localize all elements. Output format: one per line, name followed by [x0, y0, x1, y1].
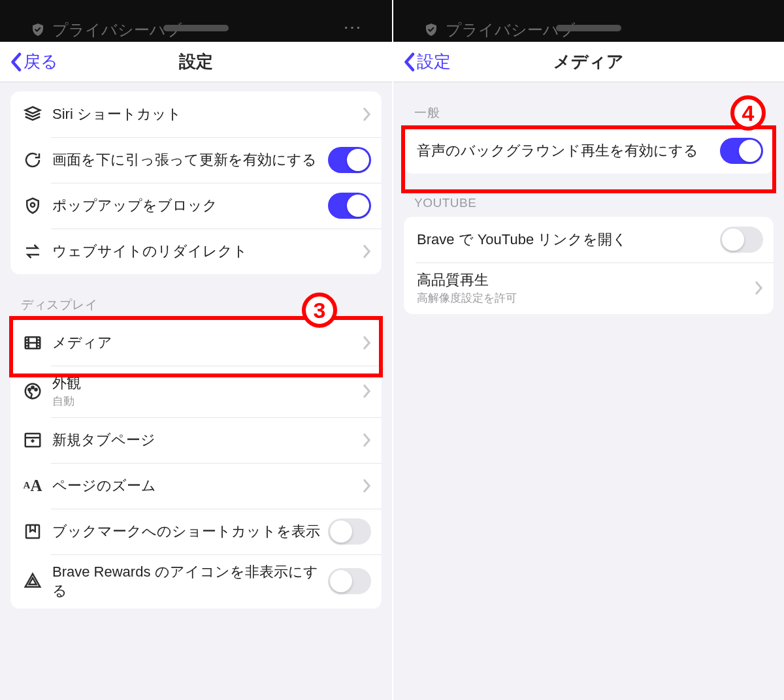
row-label: ページのズーム: [46, 476, 363, 496]
annotation-badge-4: 4: [730, 95, 766, 131]
toggle-switch[interactable]: [328, 147, 371, 173]
page-title: メディア: [553, 50, 624, 73]
palette-icon: [20, 381, 46, 401]
row-label: メディア: [46, 333, 363, 353]
media-content: 一般 4 音声のバックグラウンド再生を有効にする YOUTUBE Brave で…: [393, 82, 784, 700]
bookmark-icon: [20, 522, 46, 541]
new-tab-icon: [20, 430, 46, 450]
svg-rect-7: [26, 525, 39, 538]
svg-point-3: [28, 389, 30, 390]
home-indicator: [556, 25, 621, 31]
chevron-right-icon: [363, 107, 371, 121]
annotation-badge-3: 3: [302, 293, 337, 328]
svg-point-0: [31, 203, 35, 207]
layers-icon: [20, 104, 46, 124]
settings-group-general: Siri ショートカット 画面を下に引っ張って更新を有効にする ポップアップをブ…: [10, 91, 382, 274]
row-label: ウェブサイトのリダイレクト: [46, 242, 363, 261]
text-size-icon: AA: [20, 477, 46, 495]
row-new-tab[interactable]: 新規タブページ: [10, 417, 382, 463]
privacy-hub-label: プライバシーハブ: [30, 20, 182, 40]
media-group-youtube: Brave で YouTube リンクを開く 高品質再生 高解像度設定を許可: [404, 217, 774, 314]
refresh-icon: [20, 150, 46, 170]
row-media[interactable]: メディア: [10, 320, 382, 366]
row-label: Brave で YouTube リンクを開く: [417, 230, 720, 249]
row-pull-refresh[interactable]: 画面を下に引っ張って更新を有効にする: [10, 137, 382, 183]
svg-point-4: [31, 387, 33, 389]
row-label: 外観 自動: [46, 374, 363, 409]
back-button[interactable]: 戻る: [9, 50, 58, 73]
row-label: 高品質再生 高解像度設定を許可: [417, 270, 755, 306]
toggle-switch[interactable]: [328, 193, 371, 219]
toggle-switch[interactable]: [328, 568, 371, 594]
section-header-youtube: YOUTUBE: [404, 174, 774, 217]
chevron-right-icon: [363, 336, 371, 350]
brave-rewards-icon: [20, 571, 46, 591]
more-icon[interactable]: ⋯: [343, 16, 363, 38]
chevron-right-icon: [363, 479, 371, 493]
navbar: 設定 メディア: [393, 42, 784, 82]
home-indicator: [163, 25, 229, 31]
row-page-zoom[interactable]: AA ページのズーム: [10, 463, 382, 509]
status-bar: プライバシーハブ ⋯: [0, 0, 392, 42]
row-siri-shortcuts[interactable]: Siri ショートカット: [10, 91, 382, 137]
row-label: Brave Rewards のアイコンを非表示にする: [46, 562, 328, 601]
chevron-left-icon: [402, 52, 416, 72]
row-website-redirect[interactable]: ウェブサイトのリダイレクト: [10, 229, 382, 274]
row-label: 画面を下に引っ張って更新を有効にする: [46, 150, 328, 170]
back-label: 設定: [417, 50, 451, 73]
navbar: 戻る 設定: [0, 42, 392, 82]
media-pane: プライバシーハブ 設定 メディア 一般 4 音声のバックグラウンド再生を有効にす…: [392, 0, 784, 700]
row-bookmark-shortcut[interactable]: ブックマークへのショートカットを表示: [10, 509, 382, 554]
row-hide-rewards-icon[interactable]: Brave Rewards のアイコンを非表示にする: [10, 554, 382, 609]
section-header-general: 一般: [404, 82, 774, 128]
privacy-hub-label: プライバシーハブ: [423, 20, 576, 40]
toggle-switch[interactable]: [720, 227, 763, 253]
settings-group-display: メディア 外観 自動 新規タブペ: [10, 320, 382, 609]
row-appearance[interactable]: 外観 自動: [10, 366, 382, 417]
chevron-left-icon: [9, 52, 22, 72]
page-title: 設定: [179, 50, 213, 73]
settings-pane: プライバシーハブ ⋯ 戻る 設定 Siri ショートカット 画面を下に引: [0, 0, 392, 700]
media-group-general: 音声のバックグラウンド再生を有効にする: [404, 128, 774, 174]
row-label: 新規タブページ: [46, 430, 363, 450]
settings-content: Siri ショートカット 画面を下に引っ張って更新を有効にする ポップアップをブ…: [0, 82, 392, 700]
row-high-quality[interactable]: 高品質再生 高解像度設定を許可: [404, 262, 774, 314]
chevron-right-icon: [363, 244, 371, 259]
toggle-switch[interactable]: [720, 138, 763, 164]
row-label: ブックマークへのショートカットを表示: [46, 522, 328, 541]
chevron-right-icon: [363, 384, 371, 398]
shield-icon: [20, 196, 46, 215]
shield-check-icon: [30, 22, 46, 38]
chevron-right-icon: [755, 281, 763, 295]
row-label: Siri ショートカット: [46, 104, 363, 124]
status-bar: プライバシーハブ: [393, 0, 784, 42]
film-icon: [20, 333, 46, 353]
row-background-audio[interactable]: 音声のバックグラウンド再生を有効にする: [404, 128, 774, 174]
row-label: ポップアップをブロック: [46, 196, 328, 215]
back-button[interactable]: 設定: [402, 50, 451, 73]
swap-icon: [20, 242, 46, 261]
row-open-youtube-links[interactable]: Brave で YouTube リンクを開く: [404, 217, 774, 262]
shield-check-icon: [423, 22, 439, 38]
chevron-right-icon: [363, 433, 371, 447]
toggle-switch[interactable]: [328, 518, 371, 545]
back-label: 戻る: [24, 50, 58, 73]
svg-point-5: [35, 389, 37, 390]
row-label: 音声のバックグラウンド再生を有効にする: [417, 141, 720, 161]
row-block-popups[interactable]: ポップアップをブロック: [10, 183, 382, 229]
